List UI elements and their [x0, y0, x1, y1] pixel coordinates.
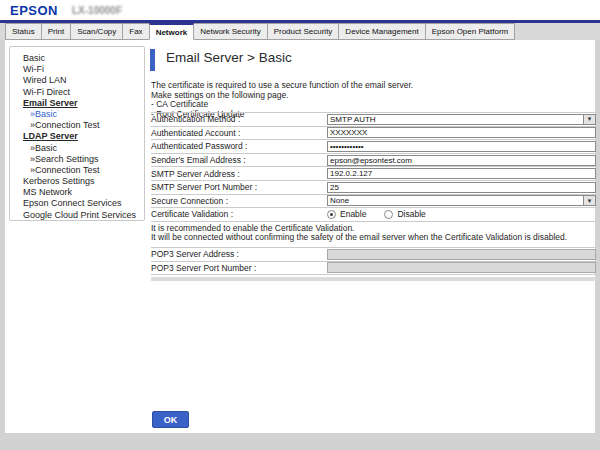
sidebar-item-ldap-search-settings[interactable]: »Search Settings: [10, 154, 144, 165]
sidebar-item-ldap-basic[interactable]: »Basic: [10, 143, 144, 154]
tab-status[interactable]: Status: [5, 23, 42, 40]
sidebar-item-wifi-direct[interactable]: Wi-Fi Direct: [10, 87, 144, 98]
senders-email-address-input-label: Sender's Email Address :: [151, 155, 327, 165]
authentication-method-select-cell: SMTP AUTH▼: [327, 114, 596, 125]
sidebar-group-ldap-server[interactable]: LDAP Server: [10, 131, 144, 142]
pop3-server-port-input-label: POP3 Server Port Number :: [151, 263, 327, 273]
authenticated-password-input-row: Authenticated Password :: [151, 140, 596, 154]
certificate-validation-note: It is recommended to enable the Certific…: [151, 222, 596, 248]
sidebar-item-ldap-connection-test[interactable]: »Connection Test: [10, 165, 144, 176]
sidebar-item-kerberos-settings[interactable]: Kerberos Settings: [10, 176, 144, 187]
pop3-server-address-input: [327, 249, 596, 260]
radio-circle-icon: [384, 210, 393, 219]
page-title-accent-bar: [150, 49, 155, 71]
smtp-server-address-input-cell: [327, 168, 596, 179]
pop3-server-port-input-cell: [327, 262, 596, 273]
secure-connection-select-cell: None▼: [327, 195, 596, 206]
authenticated-account-input-cell: [327, 127, 596, 138]
authenticated-account-input[interactable]: [327, 127, 596, 138]
tab-scan-copy[interactable]: Scan/Copy: [70, 23, 123, 40]
sidebar-item-wifi[interactable]: Wi-Fi: [10, 64, 144, 75]
smtp-server-port-input-label: SMTP Server Port Number :: [151, 182, 327, 192]
secure-connection-select-label: Secure Connection :: [151, 196, 327, 206]
authentication-method-select[interactable]: SMTP AUTH▼: [327, 114, 596, 125]
chevron-down-icon: ▼: [583, 196, 595, 205]
header: EPSON LX-10000F: [0, 0, 600, 20]
sidebar-item-google-cloud-print-services[interactable]: Google Cloud Print Services: [10, 210, 144, 221]
tab-network-security[interactable]: Network Security: [193, 23, 267, 40]
pop3-server-port-input-row: POP3 Server Port Number :: [151, 262, 596, 276]
form-rows-pop3: POP3 Server Address :POP3 Server Port Nu…: [151, 248, 596, 275]
radio-circle-icon: [327, 210, 336, 219]
certificate-validation-enable-radio-label: Enable: [340, 209, 366, 219]
epson-logo: EPSON: [10, 3, 58, 18]
pop3-server-address-input-row: POP3 Server Address :: [151, 248, 596, 262]
form-bottom-divider: [151, 277, 596, 281]
sidebar-item-email-server-basic[interactable]: »Basic: [10, 109, 144, 120]
smtp-server-port-input[interactable]: [327, 182, 596, 193]
certificate-validation-disable-radio-label: Disable: [397, 209, 425, 219]
email-server-form: Authentication Method :SMTP AUTH▼Authent…: [151, 112, 596, 281]
tab-network[interactable]: Network: [149, 23, 195, 40]
sidebar-item-email-server-connection-test[interactable]: »Connection Test: [10, 120, 144, 131]
secure-connection-select-row: Secure Connection :None▼: [151, 195, 596, 209]
content-area: BasicWi-FiWired LANWi-Fi DirectEmail Ser…: [5, 40, 595, 433]
description-line: Make settings on the following page.: [151, 91, 591, 101]
smtp-server-port-input-cell: [327, 182, 596, 193]
authenticated-password-input[interactable]: [327, 141, 596, 152]
sidebar-item-epson-connect-services[interactable]: Epson Connect Services: [10, 198, 144, 209]
tab-fax[interactable]: Fax: [122, 23, 149, 40]
note-line: It will be connected without confirming …: [151, 233, 596, 243]
secure-connection-select-value: None: [328, 196, 583, 205]
authenticated-password-input-cell: [327, 141, 596, 152]
certificate-validation-radio-group-cell: EnableDisable: [327, 209, 596, 219]
pop3-server-address-input-label: POP3 Server Address :: [151, 249, 327, 259]
page-title: Email Server > Basic: [166, 50, 292, 65]
pop3-server-address-input-cell: [327, 249, 596, 260]
tab-product-security[interactable]: Product Security: [267, 23, 340, 40]
authenticated-account-input-row: Authenticated Account :: [151, 127, 596, 141]
tab-print[interactable]: Print: [41, 23, 71, 40]
secure-connection-select[interactable]: None▼: [327, 195, 596, 206]
certificate-validation-enable-radio[interactable]: Enable: [327, 209, 366, 219]
sidebar-item-wired-lan[interactable]: Wired LAN: [10, 75, 144, 86]
authenticated-account-input-label: Authenticated Account :: [151, 128, 327, 138]
sidebar-nav: BasicWi-FiWired LANWi-Fi DirectEmail Ser…: [9, 46, 145, 221]
tab-bar: StatusPrintScan/CopyFaxNetworkNetwork Se…: [0, 23, 600, 40]
authentication-method-select-row: Authentication Method :SMTP AUTH▼: [151, 113, 596, 127]
smtp-server-address-input[interactable]: [327, 168, 596, 179]
sidebar-item-basic[interactable]: Basic: [10, 53, 144, 64]
chevron-down-icon: ▼: [583, 115, 595, 124]
senders-email-address-input-row: Sender's Email Address :: [151, 154, 596, 168]
senders-email-address-input-cell: [327, 155, 596, 166]
certificate-validation-disable-radio[interactable]: Disable: [384, 209, 425, 219]
pop3-server-port-input: [327, 262, 596, 273]
sidebar-item-ms-network[interactable]: MS Network: [10, 187, 144, 198]
form-rows-main: Authentication Method :SMTP AUTH▼Authent…: [151, 112, 596, 222]
sidebar-group-email-server[interactable]: Email Server: [10, 98, 144, 109]
printer-model-label: LX-10000F: [72, 5, 122, 16]
smtp-server-address-input-row: SMTP Server Address :: [151, 167, 596, 181]
certificate-validation-radio-group-row: Certificate Validation :EnableDisable: [151, 208, 596, 222]
ok-button[interactable]: OK: [152, 411, 189, 428]
authentication-method-select-label: Authentication Method :: [151, 114, 327, 124]
tab-epson-open-platform[interactable]: Epson Open Platform: [425, 23, 515, 40]
senders-email-address-input[interactable]: [327, 155, 596, 166]
authentication-method-select-value: SMTP AUTH: [328, 115, 583, 124]
web-config-page: EPSON LX-10000F StatusPrintScan/CopyFaxN…: [0, 0, 600, 450]
certificate-validation-radio-group-label: Certificate Validation :: [151, 209, 327, 219]
tab-device-management[interactable]: Device Management: [338, 23, 425, 40]
smtp-server-port-input-row: SMTP Server Port Number :: [151, 181, 596, 195]
smtp-server-address-input-label: SMTP Server Address :: [151, 169, 327, 179]
authenticated-password-input-label: Authenticated Password :: [151, 141, 327, 151]
